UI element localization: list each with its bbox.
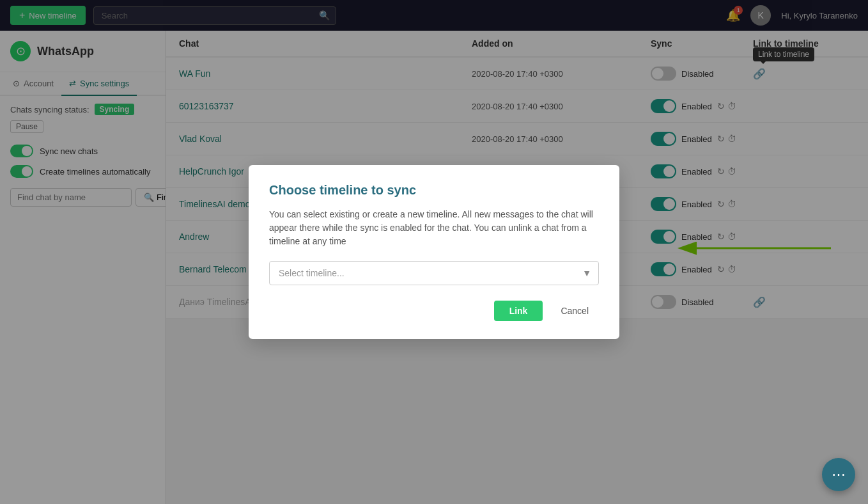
chat-support-bubble[interactable]: ⋯ <box>822 458 855 491</box>
chat-dots-icon: ⋯ <box>832 466 846 483</box>
modal-actions: Link Cancel <box>269 301 599 321</box>
timeline-select[interactable]: Select timeline... <box>269 261 599 285</box>
select-wrapper: Select timeline... ▼ <box>269 261 599 285</box>
link-button[interactable]: Link <box>494 301 543 321</box>
modal-description: You can select existing or create a new … <box>269 208 599 248</box>
choose-timeline-modal: Choose timeline to sync You can select e… <box>249 165 619 339</box>
modal-overlay[interactable]: Choose timeline to sync You can select e… <box>0 0 868 504</box>
cancel-button[interactable]: Cancel <box>550 301 599 321</box>
modal-title: Choose timeline to sync <box>269 183 599 198</box>
